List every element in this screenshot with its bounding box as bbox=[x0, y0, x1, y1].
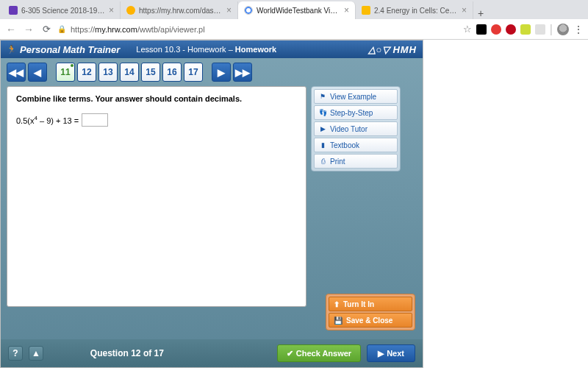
check-answer-button[interactable]: ✔Check Answer bbox=[277, 344, 361, 362]
menu-dots-icon[interactable]: ⋮ bbox=[573, 24, 584, 35]
favicon-icon bbox=[244, 6, 253, 15]
extension-icons: ☆ | ⋮ bbox=[463, 23, 584, 36]
app-container: 🏃 Personal Math Trainer Lesson 10.3 - Ho… bbox=[0, 40, 423, 368]
shapes-icon: △○▽ bbox=[368, 44, 391, 55]
help-button[interactable]: ? bbox=[8, 346, 23, 361]
url-path: /wwtb/api/viewer.pl bbox=[137, 25, 205, 34]
print-icon: ⎙ bbox=[319, 158, 326, 165]
book-icon: ▮ bbox=[319, 141, 326, 149]
url-host: my.hrw.com bbox=[95, 25, 137, 34]
tab-energy-cells[interactable]: 2.4 Energy in Cells: Cellular Re × bbox=[356, 1, 473, 19]
next-button[interactable]: ▶Next bbox=[367, 344, 415, 362]
question-expression: 0.5(x4 – 9) + 13 = bbox=[16, 113, 297, 127]
save-icon: 💾 bbox=[334, 316, 343, 325]
new-tab-button[interactable]: + bbox=[473, 7, 488, 19]
submit-box: ⬆Turn It In 💾Save & Close bbox=[326, 294, 415, 330]
question-counter: Question 12 of 17 bbox=[49, 348, 205, 358]
favicon-icon bbox=[126, 6, 135, 15]
play-icon: ▶ bbox=[319, 125, 326, 132]
view-example-button[interactable]: ⚑View Example bbox=[314, 89, 398, 104]
pinterest-icon[interactable] bbox=[506, 24, 516, 35]
close-icon[interactable]: × bbox=[109, 5, 114, 15]
tab-label: 6-305 Science 2018-19 Mr. M bbox=[21, 7, 105, 15]
page-14[interactable]: 14 bbox=[120, 63, 139, 82]
textbook-button[interactable]: ▮Textbook bbox=[314, 138, 398, 152]
tab-science[interactable]: 6-305 Science 2018-19 Mr. M × bbox=[3, 1, 121, 19]
page-nav: ◀◀ ◀ 11 12 13 14 15 16 17 ▶ ▶▶ bbox=[1, 58, 423, 86]
brand-label: Personal Math Trainer bbox=[20, 44, 120, 55]
side-column: ⚑View Example 👣Step-by-Step ▶Video Tutor… bbox=[311, 86, 401, 307]
label: Save & Close bbox=[346, 316, 392, 325]
nav-first-button[interactable]: ◀◀ bbox=[7, 63, 26, 82]
lesson-text: Lesson 10.3 - Homework – bbox=[136, 45, 235, 54]
save-close-button[interactable]: 💾Save & Close bbox=[329, 313, 412, 328]
step-by-step-button[interactable]: 👣Step-by-Step bbox=[314, 105, 398, 120]
turn-it-in-button[interactable]: ⬆Turn It In bbox=[329, 297, 412, 311]
address-bar: ← → ⟳ 🔒 https://my.hrw.com/wwtb/api/view… bbox=[0, 19, 588, 40]
extension-icon[interactable] bbox=[520, 24, 531, 35]
label: Video Tutor bbox=[330, 125, 368, 133]
page-15[interactable]: 15 bbox=[141, 63, 160, 82]
nav-prev-button[interactable]: ◀ bbox=[28, 63, 47, 82]
lock-icon: 🔒 bbox=[57, 25, 66, 33]
reload-icon[interactable]: ⟳ bbox=[40, 24, 53, 35]
arrow-right-icon: ▶ bbox=[378, 349, 384, 358]
brand-icon: 🏃 bbox=[7, 45, 17, 54]
main-area: Combine like terms. Your answer should c… bbox=[1, 86, 423, 313]
forward-icon[interactable]: → bbox=[22, 24, 35, 35]
profile-avatar[interactable] bbox=[557, 24, 569, 35]
label: Check Answer bbox=[296, 349, 351, 358]
steps-icon: 👣 bbox=[319, 109, 326, 116]
question-panel: Combine like terms. Your answer should c… bbox=[7, 86, 306, 307]
label: Textbook bbox=[330, 141, 359, 149]
tab-label: https://my.hrw.com/dashboar bbox=[139, 7, 223, 15]
help-box: ⚑View Example 👣Step-by-Step ▶Video Tutor… bbox=[311, 86, 401, 171]
close-icon[interactable]: × bbox=[462, 5, 467, 15]
tab-hrw-dashboard[interactable]: https://my.hrw.com/dashboar × bbox=[121, 1, 238, 19]
label: Next bbox=[387, 349, 404, 358]
expr-a: 0.5(x bbox=[16, 116, 34, 125]
video-tutor-button[interactable]: ▶Video Tutor bbox=[314, 121, 398, 136]
hmh-logo: △○▽HMH bbox=[368, 44, 417, 55]
label: Turn It In bbox=[343, 300, 374, 308]
check-icon: ✔ bbox=[287, 349, 293, 358]
url-prefix: https:// bbox=[71, 25, 95, 34]
browser-tabs: 6-305 Science 2018-19 Mr. M × https://my… bbox=[0, 0, 588, 19]
favicon-icon bbox=[9, 6, 18, 15]
page-11[interactable]: 11 bbox=[56, 63, 75, 82]
page-16[interactable]: 16 bbox=[162, 63, 182, 82]
url-text[interactable]: https://my.hrw.com/wwtb/api/viewer.pl bbox=[71, 25, 459, 34]
print-button[interactable]: ⎙Print bbox=[314, 154, 398, 169]
lesson-bold: Homework bbox=[235, 45, 276, 54]
upload-icon: ⬆ bbox=[334, 300, 340, 308]
label: Print bbox=[330, 158, 345, 166]
nav-next-button[interactable]: ▶ bbox=[212, 63, 231, 82]
label: Step-by-Step bbox=[330, 109, 373, 117]
label: View Example bbox=[330, 93, 376, 101]
lesson-label: Lesson 10.3 - Homework – Homework bbox=[136, 45, 276, 54]
page-13[interactable]: 13 bbox=[98, 63, 118, 82]
warning-button[interactable]: ▲ bbox=[29, 346, 43, 361]
expr-part: 0.5(x4 – 9) + 13 = bbox=[16, 115, 79, 125]
nav-last-button[interactable]: ▶▶ bbox=[233, 63, 252, 82]
hmh-text: HMH bbox=[392, 44, 417, 55]
close-icon[interactable]: × bbox=[344, 5, 349, 15]
tab-label: 2.4 Energy in Cells: Cellular Re bbox=[374, 7, 458, 15]
app-header: 🏃 Personal Math Trainer Lesson 10.3 - Ho… bbox=[1, 40, 423, 58]
extension-icon[interactable] bbox=[535, 24, 545, 35]
tab-testbank[interactable]: WorldWideTestbank Viewer × bbox=[238, 1, 356, 19]
favicon-icon bbox=[362, 6, 370, 15]
extension-icon[interactable] bbox=[491, 24, 501, 35]
tab-label: WorldWideTestbank Viewer bbox=[257, 7, 340, 15]
bookmark-star-icon[interactable]: ☆ bbox=[463, 24, 472, 35]
back-icon[interactable]: ← bbox=[4, 24, 18, 35]
extension-icon[interactable] bbox=[476, 24, 487, 35]
page-12[interactable]: 12 bbox=[77, 63, 96, 82]
footer: ? ▲ Question 12 of 17 ✔Check Answer ▶Nex… bbox=[1, 339, 423, 367]
page-17[interactable]: 17 bbox=[184, 63, 203, 82]
divider: | bbox=[550, 23, 553, 36]
expr-b: – 9) + 13 = bbox=[37, 116, 79, 125]
answer-input[interactable] bbox=[82, 113, 108, 127]
close-icon[interactable]: × bbox=[226, 5, 232, 15]
question-prompt: Combine like terms. Your answer should c… bbox=[16, 94, 297, 103]
